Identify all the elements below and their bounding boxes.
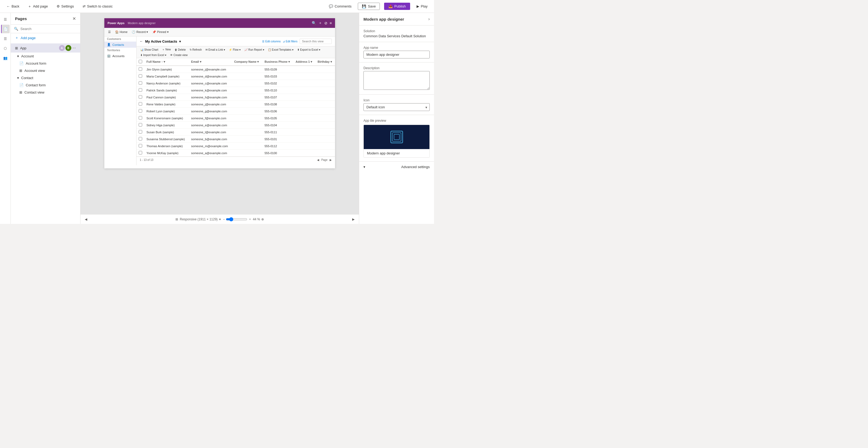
app-name-input[interactable] xyxy=(364,51,430,59)
search-icon: 🔍 xyxy=(14,27,18,31)
new-record-button[interactable]: ＋ New xyxy=(160,47,173,52)
switch-to-classic-button[interactable]: ⇄ Switch to classic xyxy=(81,3,115,9)
pages-icon-button[interactable]: 📄 xyxy=(1,25,10,33)
row-checkbox[interactable] xyxy=(139,74,142,78)
nav-section-contact[interactable]: ▾ Contact xyxy=(11,74,80,82)
nav-item-contact-form[interactable]: 📄 Contact form xyxy=(11,82,80,89)
edit-columns-btn[interactable]: ☰ Edit columns xyxy=(262,40,281,43)
row-checkbox[interactable] xyxy=(139,130,142,133)
list-icon-button[interactable]: ☰ xyxy=(1,34,10,43)
row-checkbox[interactable] xyxy=(139,151,142,154)
cell-name[interactable]: Jim Glynn (sample) xyxy=(144,66,189,73)
right-panel-expand-icon[interactable]: › xyxy=(428,17,430,22)
cell-name[interactable]: Robert Lyon (sample) xyxy=(144,108,189,115)
cell-name[interactable]: Sidney Higa (sample) xyxy=(144,122,189,129)
row-checkbox[interactable] xyxy=(139,88,142,92)
cell-name[interactable]: Susan Burk (sample) xyxy=(144,129,189,136)
zoom-slider[interactable] xyxy=(226,217,247,221)
row-checkbox[interactable] xyxy=(139,144,142,148)
cell-name[interactable]: Maria Campbell (sample) xyxy=(144,73,189,80)
close-panel-button[interactable]: ✕ xyxy=(72,16,76,21)
cell-email[interactable]: someone_j@example.com xyxy=(189,66,232,73)
next-canvas-icon[interactable]: ▶ xyxy=(352,217,354,221)
delete-button[interactable]: 🗑 Delete xyxy=(173,47,187,52)
nav-item-app[interactable]: ⊞ App A B ··· xyxy=(11,43,80,53)
next-page-icon[interactable]: ▶ xyxy=(330,158,332,161)
cell-email[interactable]: someone_j@example.com xyxy=(189,101,232,108)
cell-email[interactable]: someone_g@example.com xyxy=(189,108,232,115)
excel-templates-button[interactable]: 📋 Excel Templates ▾ xyxy=(266,47,295,52)
cell-name[interactable]: Patrick Sands (sample) xyxy=(144,87,189,94)
email-link-button[interactable]: ✉ Email a Link ▾ xyxy=(204,47,227,52)
cell-name[interactable]: Paul Cannon (sample) xyxy=(144,94,189,101)
nav-item-account-view[interactable]: ⊞ Account view xyxy=(11,67,80,74)
row-checkbox[interactable] xyxy=(139,81,142,85)
zoom-in-button[interactable]: ＋ xyxy=(248,217,252,221)
nav-item-contact-view[interactable]: ⊞ Contact view xyxy=(11,89,80,96)
users-icon-button[interactable]: 👥 xyxy=(1,54,10,62)
cell-email[interactable]: someone_e@example.com xyxy=(189,122,232,129)
pinned-button[interactable]: 📌 Pinned ▾ xyxy=(151,30,170,35)
back-button[interactable]: ← Back xyxy=(4,3,22,9)
pa-nav-accounts[interactable]: 🏢 Accounts xyxy=(104,53,136,59)
row-checkbox[interactable] xyxy=(139,116,142,120)
flow-button[interactable]: ⚡ Flow ▾ xyxy=(227,47,242,52)
edit-filters-btn[interactable]: ⊿ Edit filters xyxy=(283,40,298,43)
comments-button[interactable]: 💬 Comments xyxy=(327,3,354,9)
prev-page-icon[interactable]: ◀ xyxy=(317,158,319,161)
cell-name[interactable]: Rene Valdes (sample) xyxy=(144,101,189,108)
show-chart-button[interactable]: 📊 Show Chart xyxy=(139,47,160,52)
data-icon-button[interactable]: ⬡ xyxy=(1,44,10,53)
cell-email[interactable]: someone_k@example.com xyxy=(189,87,232,94)
cell-email[interactable]: someone_c@example.com xyxy=(189,80,232,87)
select-all-checkbox[interactable] xyxy=(139,60,142,63)
add-page-nav-button[interactable]: ＋ Add page xyxy=(11,33,80,42)
zoom-out-button[interactable]: − xyxy=(223,217,225,221)
cell-name[interactable]: Yvonne McKay (sample) xyxy=(144,150,189,157)
advanced-settings-section[interactable]: ▾ Advanced settings xyxy=(359,162,434,172)
run-report-button[interactable]: 📈 Run Report ▾ xyxy=(243,47,266,52)
row-checkbox[interactable] xyxy=(139,109,142,113)
cell-name[interactable]: Thomas Andersen (sample) xyxy=(144,142,189,150)
pa-nav-contacts[interactable]: 👤 Contacts xyxy=(104,41,136,48)
row-checkbox[interactable] xyxy=(139,102,142,106)
recent-button[interactable]: 🕐 Recent ▾ xyxy=(130,30,150,35)
cell-email[interactable]: someone_h@example.com xyxy=(189,94,232,101)
icon-select[interactable]: Default icon xyxy=(364,103,429,111)
avatar-group: A B xyxy=(59,45,71,51)
export-excel-button[interactable]: ⬆ Export to Excel ▾ xyxy=(296,47,322,52)
publish-button[interactable]: 📤 Publish xyxy=(384,3,410,10)
more-options-icon[interactable]: ··· xyxy=(72,45,76,51)
menu-icon-button[interactable]: ☰ xyxy=(1,15,10,24)
row-checkbox[interactable] xyxy=(139,123,142,127)
nav-section-account[interactable]: ▾ Account xyxy=(11,53,80,60)
pa-search-input[interactable] xyxy=(300,39,332,44)
create-view-button[interactable]: 👁 Create view xyxy=(168,53,189,57)
prev-canvas-icon[interactable]: ◀ xyxy=(85,217,87,221)
cell-email[interactable]: someone_l@example.com xyxy=(189,129,232,136)
cell-email[interactable]: someone_a@example.com xyxy=(189,150,232,157)
row-checkbox[interactable] xyxy=(139,137,142,140)
cell-name[interactable]: Scott Konersmann (sample) xyxy=(144,115,189,122)
row-checkbox[interactable] xyxy=(139,67,142,71)
cell-name[interactable]: Nancy Anderson (sample) xyxy=(144,80,189,87)
hamburger-button[interactable]: ☰ xyxy=(106,30,113,35)
fit-to-screen-button[interactable]: ⊕ xyxy=(261,217,264,221)
cell-email[interactable]: someone_b@example.com xyxy=(189,136,232,142)
home-button[interactable]: 🏠 Home xyxy=(114,30,129,35)
cell-name[interactable]: Susanna Stubberod (sample) xyxy=(144,136,189,142)
settings-button[interactable]: ⚙ Settings xyxy=(55,3,76,9)
cell-email[interactable]: someone_f@example.com xyxy=(189,115,232,122)
add-page-button[interactable]: ＋ Add page xyxy=(26,3,50,10)
save-button[interactable]: 💾 Save xyxy=(358,3,380,10)
row-checkbox[interactable] xyxy=(139,95,142,99)
refresh-button[interactable]: ↻ Refresh xyxy=(188,47,204,52)
play-button[interactable]: ▶ Play xyxy=(414,3,430,9)
cell-email[interactable]: someone_d@example.com xyxy=(189,73,232,80)
nav-item-account-form[interactable]: 📄 Account form xyxy=(11,60,80,67)
description-textarea[interactable] xyxy=(364,71,430,90)
responsive-chevron-icon[interactable]: ▾ xyxy=(219,217,221,221)
import-excel-button[interactable]: ⬇ Import from Excel ▾ xyxy=(139,53,168,57)
cell-email[interactable]: someone_m@example.com xyxy=(189,142,232,150)
search-input[interactable] xyxy=(20,27,77,31)
